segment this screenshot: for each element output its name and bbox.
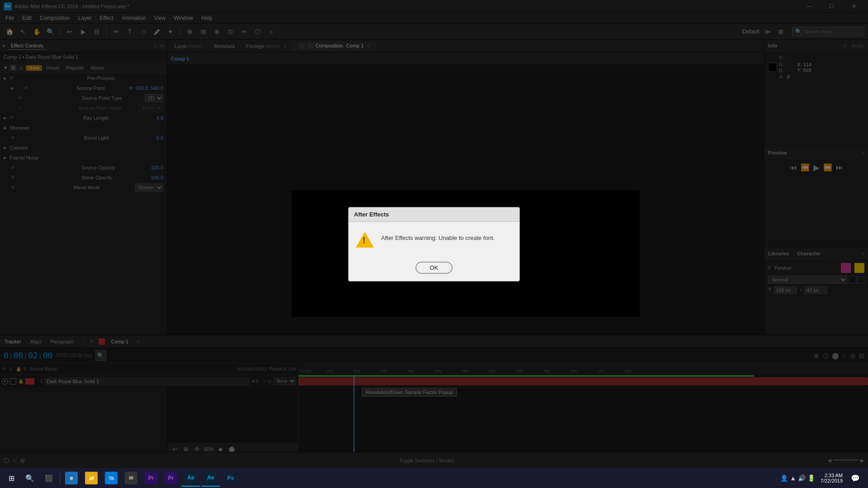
modal-body: After Effects warning: Unable to create … [349,222,519,258]
taskbar-pr2[interactable]: Pr [161,469,180,487]
modal-message: After Effects warning: Unable to create … [381,231,512,241]
ps-icon: Ps [224,472,237,484]
taskbar-ie[interactable]: e [62,469,81,487]
taskbar-pr1[interactable]: Pr [142,469,160,487]
mail-icon: ✉ [125,472,137,484]
ok-button[interactable]: OK [415,262,453,274]
clock-date: 7/22/2019 [821,478,843,483]
tray-network-icon[interactable]: ▲ [790,474,796,482]
ie-icon: e [65,472,78,484]
warning-triangle [356,232,374,248]
start-button[interactable]: ⊞ [2,469,21,487]
modal-overlay[interactable]: After Effects After Effects warning: Una… [0,0,868,488]
taskbar-search-btn[interactable]: 🔍 [22,470,38,486]
taskbar-ae1[interactable]: Ae [181,469,200,487]
modal-title: After Effects [349,207,519,222]
ae2-icon: Ae [204,471,217,484]
task-view-icon: ⬛ [45,474,52,482]
explorer-icon: 📁 [85,472,98,484]
taskbar: ⊞ 🔍 ⬛ e 📁 🛍 ✉ Pr Pr Ae Ae Ps 👤 ▲ 🔊 🔋 2:3… [0,468,868,488]
taskbar-right: 👤 ▲ 🔊 🔋 2:33 AM 7/22/2019 💬 [780,469,866,487]
modal-footer: OK [349,258,519,281]
taskbar-ae2[interactable]: Ae [201,469,220,487]
task-view-btn[interactable]: ⬛ [39,469,58,487]
taskbar-explorer[interactable]: 📁 [82,469,101,487]
notification-btn[interactable]: 💬 [848,469,863,487]
taskbar-mail[interactable]: ✉ [122,469,141,487]
modal-dialog: After Effects After Effects warning: Una… [348,207,520,282]
tray-person-icon[interactable]: 👤 [780,474,788,482]
warning-icon [356,231,374,249]
taskbar-ps[interactable]: Ps [221,469,240,487]
clock-area[interactable]: 2:33 AM 7/22/2019 [817,472,846,484]
store-icon: 🛍 [105,472,118,484]
clock-time: 2:33 AM [825,473,843,478]
taskbar-sep [60,472,60,484]
pr1-icon: Pr [145,472,157,484]
pr2-icon: Pr [165,472,177,484]
tray-battery-icon[interactable]: 🔋 [807,474,815,482]
ae1-icon: Ae [184,471,197,484]
tray-volume-icon[interactable]: 🔊 [798,474,806,482]
taskbar-store[interactable]: 🛍 [102,469,121,487]
